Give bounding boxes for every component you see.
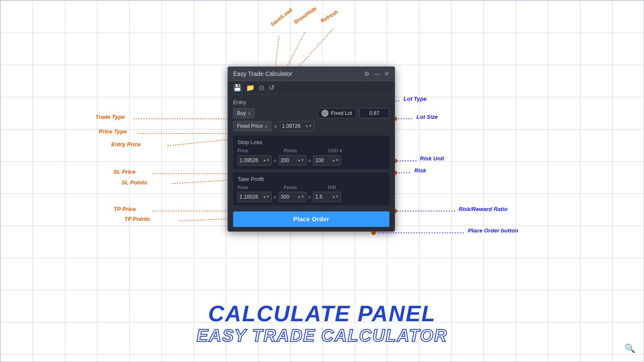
sl-price-col-header: Price bbox=[237, 148, 272, 154]
tp-points-col-header: Points bbox=[284, 185, 314, 190]
lot-size-input[interactable]: 0.87 bbox=[359, 108, 389, 118]
sl-price-value: 1.09526 bbox=[240, 157, 258, 163]
tp-price-annotation: TP Price bbox=[114, 206, 136, 212]
entry-price-arrows[interactable]: ▲▼ bbox=[305, 124, 312, 128]
price-type-value: Fixed Price bbox=[237, 123, 263, 129]
settings-icon[interactable]: ⚙ bbox=[364, 70, 370, 77]
sl-risk-arrows[interactable]: ▲▼ bbox=[332, 159, 339, 162]
tp-eq1: = bbox=[273, 194, 277, 200]
tp-rr-value: 1.5 bbox=[315, 194, 322, 200]
take-profit-section: Take Profit Price Points R/R 1.10026 ▲▼ … bbox=[233, 172, 389, 205]
sl-points-annotation: SL Points bbox=[122, 179, 147, 186]
tp-points-arrows[interactable]: ▲▼ bbox=[298, 195, 304, 199]
sl-risk-value: 100 bbox=[315, 157, 324, 163]
tp-eq2: = bbox=[308, 194, 312, 200]
load-icon[interactable]: 📁 bbox=[246, 84, 255, 92]
tp-price-arrows[interactable]: ▲▼ bbox=[263, 195, 270, 199]
panel-content: Entry Buy ∨ Fixed Lot 0.87 Fixed Price ∨… bbox=[228, 95, 395, 231]
trade-type-select[interactable]: Buy ∨ bbox=[233, 108, 255, 118]
price-type-arrow: ∨ bbox=[264, 124, 267, 129]
sl-eq2: = bbox=[308, 157, 312, 164]
lot-type-toggle[interactable]: Fixed Lot bbox=[317, 108, 357, 118]
sl-points-value: 200 bbox=[281, 157, 289, 163]
tp-price-input[interactable]: 1.10026 ▲▼ bbox=[237, 192, 272, 202]
entry-price-input[interactable]: 1.09726 ▲▼ bbox=[280, 121, 314, 131]
tp-points-input[interactable]: 300 ▲▼ bbox=[279, 192, 307, 202]
tp-rr-input[interactable]: 1.5 ▲▼ bbox=[313, 192, 341, 202]
entry-equals: = bbox=[274, 123, 277, 130]
sl-points-col-header: Points bbox=[284, 148, 314, 154]
main-title-line1: CALCULATE PANEL bbox=[197, 302, 447, 326]
tp-points-value: 300 bbox=[281, 194, 289, 200]
lot-type-annotation: Lot Type bbox=[404, 96, 427, 102]
tp-points-annotation: TP Points bbox=[125, 216, 150, 222]
place-order-button[interactable]: Place Order bbox=[233, 211, 389, 227]
trade-type-value: Buy bbox=[237, 110, 246, 116]
panel-title: Easy Trade Calculator bbox=[233, 70, 292, 77]
sl-risk-input[interactable]: 100 ▲▼ bbox=[313, 155, 341, 166]
entry-row: Buy ∨ Fixed Lot 0.87 bbox=[233, 108, 389, 118]
entry-label: Entry bbox=[233, 99, 389, 106]
sl-price-arrows[interactable]: ▲▼ bbox=[263, 159, 270, 162]
toolbar: 💾 📁 ⊙ ↺ bbox=[228, 81, 395, 95]
price-type-row: Fixed Price ∨ = 1.09726 ▲▼ bbox=[233, 121, 389, 131]
title-bar: Easy Trade Calculator ⚙ — ✕ bbox=[228, 67, 395, 81]
rr-annotation: Risk/Reward Ratio bbox=[459, 206, 507, 212]
trade-type-arrow: ∨ bbox=[248, 111, 251, 116]
sl-points-arrows[interactable]: ▲▼ bbox=[298, 159, 304, 162]
trade-type-annotation: Trade Type bbox=[95, 114, 125, 120]
sl-price-annotation: SL Price bbox=[113, 169, 136, 175]
entry-price-annotation: Entry Price bbox=[111, 141, 141, 148]
tp-price-value: 1.10026 bbox=[240, 194, 258, 200]
tp-rr-col-header: R/R bbox=[328, 185, 336, 190]
sl-row: 1.09526 ▲▼ = 200 ▲▼ = 100 ▲▼ bbox=[237, 155, 385, 166]
price-type-annotation: Price Type bbox=[99, 128, 127, 135]
tp-row: 1.10026 ▲▼ = 300 ▲▼ = 1.5 ▲▼ bbox=[237, 192, 385, 202]
sl-price-input[interactable]: 1.09526 ▲▼ bbox=[237, 155, 272, 166]
lot-type-label: Fixed Lot bbox=[331, 110, 352, 116]
sl-headers: Price Points USD ∨ bbox=[237, 148, 385, 154]
sl-eq1: = bbox=[273, 157, 277, 164]
bottom-title: CALCULATE PANEL EASY TRADE CALCULATOR bbox=[197, 302, 447, 345]
stop-loss-section: Stop Loss Price Points USD ∨ 1.09526 ▲▼ … bbox=[233, 136, 389, 169]
stop-loss-label: Stop Loss bbox=[237, 139, 385, 145]
tp-headers: Price Points R/R bbox=[237, 185, 385, 190]
lot-type-dot bbox=[322, 110, 328, 117]
view-icon[interactable]: ⊙ bbox=[259, 84, 264, 92]
price-type-select[interactable]: Fixed Price ∨ bbox=[233, 121, 271, 131]
take-profit-label: Take Profit bbox=[237, 176, 385, 182]
tp-rr-arrows[interactable]: ▲▼ bbox=[332, 195, 339, 199]
lot-size-annotation: Lot Size bbox=[416, 114, 438, 120]
entry-price-value: 1.09726 bbox=[282, 123, 301, 129]
main-title-line2: EASY TRADE CALCULATOR bbox=[197, 326, 447, 345]
lot-size-value: 0.87 bbox=[369, 110, 379, 116]
close-icon[interactable]: ✕ bbox=[384, 70, 389, 77]
sl-points-input[interactable]: 200 ▲▼ bbox=[279, 155, 307, 166]
tp-price-col-header: Price bbox=[237, 185, 272, 190]
sl-unit-col-header: USD ∨ bbox=[328, 148, 343, 154]
risk-annotation: Risk bbox=[414, 167, 426, 174]
save-icon[interactable]: 💾 bbox=[233, 84, 242, 92]
zoom-icon[interactable]: 🔍 bbox=[625, 343, 635, 353]
title-controls: ⚙ — ✕ bbox=[364, 70, 389, 77]
minimize-icon[interactable]: — bbox=[374, 71, 380, 77]
calc-panel: Easy Trade Calculator ⚙ — ✕ 💾 📁 ⊙ ↺ Entr… bbox=[228, 66, 395, 232]
refresh-icon[interactable]: ↺ bbox=[269, 84, 274, 92]
place-order-btn-annotation: Place Order button bbox=[468, 227, 518, 234]
risk-unit-annotation: Risk Unit bbox=[420, 155, 444, 162]
